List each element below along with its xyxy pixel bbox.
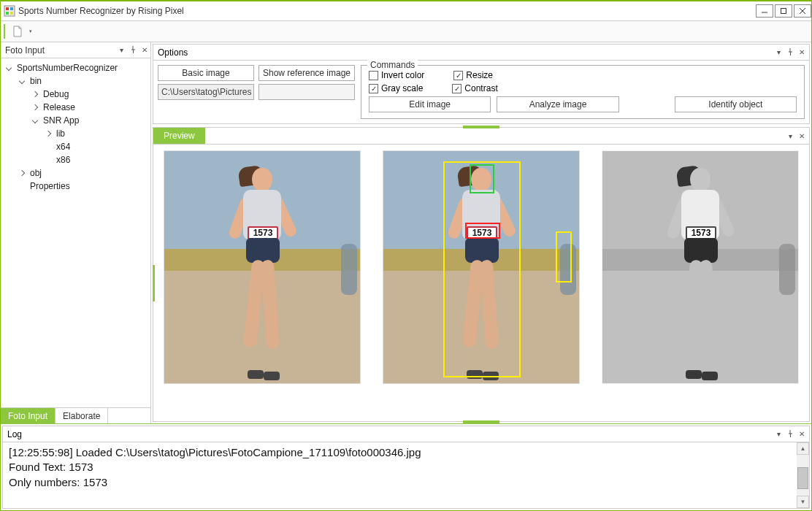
svg-rect-2 [10,7,13,10]
pin-icon[interactable] [129,46,137,55]
invert-color-checkbox[interactable]: Invert color [369,70,424,80]
gray-scale-checkbox[interactable]: ✓Gray scale [369,83,423,93]
commands-group: Commands Invert color ✓Resize ✓Gray scal… [361,65,805,119]
panel-menu-icon[interactable]: ▾ [117,46,126,55]
svg-rect-6 [781,9,786,14]
panel-close-icon[interactable]: ✕ [140,46,149,55]
preview-panel: Preview ▾ ✕ [153,127,810,422]
analyze-image-button[interactable]: Analyze image [497,96,618,112]
project-tree[interactable]: SportsNumberRecognizer bin Debug Release… [1,58,150,407]
annotation-body [443,161,521,377]
annotation-side [556,231,572,283]
panel-close-icon[interactable]: ✕ [797,48,806,57]
checkbox-icon [369,71,378,80]
tree-label: Properties [30,181,70,191]
path-textbox[interactable]: C:\Users\tatog\Pictures [158,84,254,100]
log-panel: Log ▾ ✕ [12:25:55:98] Loaded C:\Users\ta… [2,426,810,509]
tree-debug[interactable]: Debug [4,88,148,101]
toolbar-handle [4,24,7,39]
log-line: Only numbers: 1573 [9,475,791,490]
tree-label: lib [56,128,65,139]
foto-input-title: Foto Input [5,45,117,55]
show-reference-button[interactable]: Show reference image [258,65,355,81]
checkbox-label: Contrast [464,83,497,93]
tree-snr-app[interactable]: SNR App [4,114,148,127]
panel-menu-icon[interactable]: ▾ [774,430,783,439]
checkbox-label: Invert color [381,70,424,80]
tab-foto-input[interactable]: Foto Input [1,408,55,423]
tree-label: x86 [56,155,70,165]
checkbox-icon: ✓ [453,71,463,80]
path-textbox-2[interactable] [258,84,355,100]
preview-grayscale: 1573 [602,150,799,384]
commands-legend: Commands [367,60,418,70]
svg-rect-1 [6,7,9,10]
log-line: [12:25:55:98] Loaded C:\Users\tatog\Pict… [9,445,791,460]
preview-annotated: 1573 [383,150,580,384]
pin-icon[interactable] [786,48,794,57]
pin-icon[interactable] [786,430,794,439]
scroll-up-icon[interactable]: ▲ [797,442,809,455]
maximize-button[interactable] [775,4,792,18]
main-toolbar: ▾ [1,20,811,42]
new-document-button[interactable] [9,23,26,39]
tab-elaborate[interactable]: Elaborate [55,408,108,423]
preview-tab[interactable]: Preview [153,128,205,144]
tree-label: x64 [56,142,70,152]
splitter-handle-icon[interactable] [463,420,499,423]
tree-release[interactable]: Release [4,101,148,114]
foto-input-header: Foto Input ▾ ✕ [1,42,150,58]
log-scrollbar[interactable]: ▲ ▼ [797,442,809,508]
checkbox-icon: ✓ [369,84,378,93]
log-title: Log [7,429,774,439]
document-icon [12,26,23,37]
contrast-checkbox[interactable]: ✓Contrast [452,83,497,93]
edit-image-button[interactable]: Edit image [369,96,491,112]
scroll-track[interactable] [797,455,809,496]
titlebar: Sports Number Recognizer by Rising Pixel [1,1,811,20]
scroll-down-icon[interactable]: ▼ [797,496,809,508]
preview-original: 1573 [164,150,361,384]
panel-menu-icon[interactable]: ▾ [786,131,794,140]
tree-bin[interactable]: bin [4,74,148,88]
checkbox-label: Gray scale [381,83,423,93]
tree-label: SportsNumberRecognizer [17,63,118,73]
checkbox-icon: ✓ [452,84,461,93]
tree-root[interactable]: SportsNumberRecognizer [4,61,148,74]
identify-object-button[interactable]: Identify object [675,96,797,112]
close-button[interactable] [794,4,811,18]
annotation-bib [465,223,500,239]
resize-checkbox[interactable]: ✓Resize [453,70,493,80]
log-header: Log ▾ ✕ [3,426,809,442]
window-title: Sports Number Recognizer by Rising Pixel [18,6,754,16]
left-tabbar: Foto Input Elaborate [1,407,150,423]
scroll-thumb[interactable] [797,467,808,489]
panel-menu-icon[interactable]: ▾ [774,48,783,57]
tree-obj[interactable]: obj [4,166,148,180]
tree-x86[interactable]: x86 [4,153,148,166]
options-title: Options [158,47,774,58]
panel-close-icon[interactable]: ✕ [797,430,806,439]
minimize-button[interactable] [756,4,773,18]
tree-properties[interactable]: Properties [4,180,148,193]
tree-label: SNR App [43,115,79,126]
options-header: Options ▾ ✕ [153,45,809,61]
checkbox-label: Resize [466,70,493,80]
tree-label: obj [30,168,42,178]
basic-image-button[interactable]: Basic image [158,65,254,81]
options-panel: Options ▾ ✕ Basic image Show reference i… [153,44,810,124]
svg-rect-3 [6,12,9,15]
splitter-handle-icon[interactable] [463,126,499,128]
log-text[interactable]: [12:25:55:98] Loaded C:\Users\tatog\Pict… [3,442,797,508]
annotation-face [470,164,494,193]
toolbar-dropdown[interactable]: ▾ [27,23,34,39]
panel-close-icon[interactable]: ✕ [797,131,806,140]
tree-label: Debug [43,89,69,99]
tree-label: Release [43,102,75,112]
tree-label: bin [30,76,42,86]
splitter-handle-icon[interactable] [153,265,155,301]
tree-x64[interactable]: x64 [4,140,148,153]
svg-rect-4 [10,12,13,15]
log-line: Found Text: 1573 [9,460,791,474]
tree-lib[interactable]: lib [4,127,148,140]
